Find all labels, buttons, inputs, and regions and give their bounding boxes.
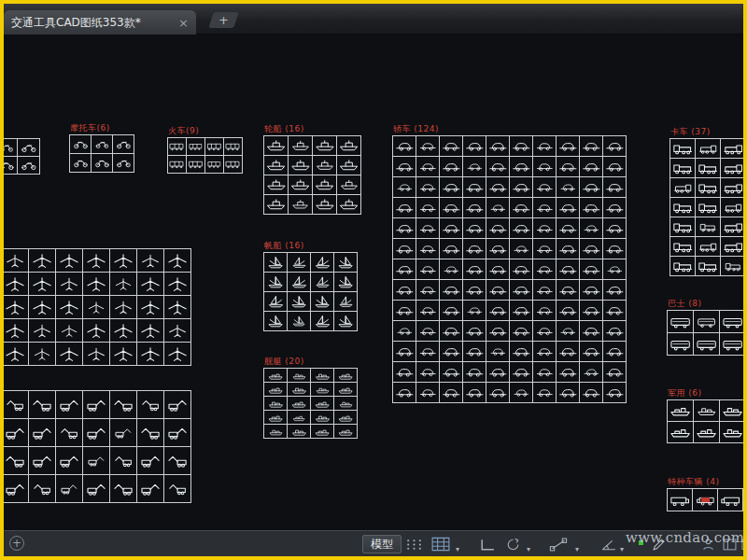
car-block[interactable] xyxy=(486,239,510,259)
truck-block[interactable] xyxy=(670,159,696,178)
car-block[interactable] xyxy=(486,342,510,362)
plane-block[interactable] xyxy=(4,249,29,273)
naval-block[interactable] xyxy=(311,383,334,397)
motorcycle-block[interactable] xyxy=(18,157,40,175)
car-block[interactable] xyxy=(440,239,463,259)
engineering-block[interactable] xyxy=(137,447,164,475)
sailboat-block[interactable] xyxy=(311,292,334,312)
car-block[interactable] xyxy=(603,362,627,383)
plane-block[interactable] xyxy=(164,343,191,366)
car-block[interactable] xyxy=(510,321,533,342)
car-block[interactable] xyxy=(533,362,557,383)
car-block[interactable] xyxy=(486,383,510,403)
car-block[interactable] xyxy=(486,157,510,177)
car-block[interactable] xyxy=(603,321,627,342)
engineering-block[interactable] xyxy=(56,419,83,447)
ship-block[interactable] xyxy=(313,156,337,175)
engineering-block[interactable] xyxy=(29,475,56,503)
bus-block[interactable] xyxy=(720,333,743,356)
car-block[interactable] xyxy=(393,239,416,259)
engineering-block[interactable] xyxy=(56,447,83,475)
car-block[interactable] xyxy=(603,383,627,403)
plane-block[interactable] xyxy=(29,273,56,296)
plane-block[interactable] xyxy=(164,249,191,273)
motorcycle-block[interactable] xyxy=(4,139,18,157)
sailboat-block[interactable] xyxy=(334,292,358,312)
car-block[interactable] xyxy=(557,362,580,383)
truck-block[interactable] xyxy=(696,217,721,237)
ortho-mode-icon[interactable] xyxy=(478,535,496,553)
special-block[interactable] xyxy=(668,489,693,511)
truck-block[interactable] xyxy=(721,159,743,178)
car-block[interactable] xyxy=(557,239,580,259)
car-block[interactable] xyxy=(393,136,416,157)
new-tab-button[interactable]: + xyxy=(208,12,239,28)
sailboat-block[interactable] xyxy=(334,253,358,273)
ship-block[interactable] xyxy=(313,195,337,215)
car-block[interactable] xyxy=(463,383,486,403)
truck-block[interactable] xyxy=(670,257,696,276)
pencil-icon[interactable] xyxy=(652,535,666,553)
car-block[interactable] xyxy=(603,259,627,280)
naval-block[interactable] xyxy=(288,369,311,383)
plane-block[interactable] xyxy=(4,296,29,319)
plane-block[interactable] xyxy=(4,343,29,366)
car-block[interactable] xyxy=(533,157,557,177)
plane-block[interactable] xyxy=(56,273,83,296)
car-block[interactable] xyxy=(463,239,486,259)
train-block[interactable] xyxy=(224,138,243,156)
panel-icon[interactable] xyxy=(723,535,737,553)
naval-block[interactable] xyxy=(311,397,334,411)
car-block[interactable] xyxy=(510,342,533,362)
ship-block[interactable] xyxy=(264,156,289,175)
sailboat-block[interactable] xyxy=(288,312,311,331)
tab-close-icon[interactable]: × xyxy=(178,16,189,30)
sailboat-block[interactable] xyxy=(288,273,311,292)
plane-block[interactable] xyxy=(83,319,110,343)
naval-block[interactable] xyxy=(311,425,334,439)
snap-angle-icon[interactable] xyxy=(599,535,617,553)
car-block[interactable] xyxy=(580,136,603,157)
car-block[interactable] xyxy=(533,198,557,218)
engineering-block[interactable] xyxy=(56,391,83,419)
car-block[interactable] xyxy=(533,280,557,301)
truck-block[interactable] xyxy=(696,139,721,159)
car-block[interactable] xyxy=(486,321,510,342)
plane-block[interactable] xyxy=(4,319,29,343)
engineering-block[interactable] xyxy=(164,419,191,447)
car-block[interactable] xyxy=(393,362,416,383)
plane-block[interactable] xyxy=(83,296,110,319)
plane-block[interactable] xyxy=(110,319,137,343)
car-block[interactable] xyxy=(463,177,486,198)
naval-block[interactable] xyxy=(311,369,334,383)
car-block[interactable] xyxy=(557,157,580,177)
car-block[interactable] xyxy=(533,177,557,198)
train-block[interactable] xyxy=(168,138,187,156)
car-block[interactable] xyxy=(557,136,580,157)
car-block[interactable] xyxy=(580,239,603,259)
car-block[interactable] xyxy=(416,362,440,383)
car-block[interactable] xyxy=(463,362,486,383)
car-block[interactable] xyxy=(557,342,580,362)
car-block[interactable] xyxy=(463,198,486,218)
plane-block[interactable] xyxy=(137,343,164,366)
ship-block[interactable] xyxy=(337,136,361,156)
car-block[interactable] xyxy=(580,177,603,198)
car-block[interactable] xyxy=(580,321,603,342)
engineering-block[interactable] xyxy=(110,391,137,419)
car-block[interactable] xyxy=(440,362,463,383)
car-block[interactable] xyxy=(510,280,533,301)
user-icon[interactable] xyxy=(701,535,715,553)
naval-block[interactable] xyxy=(264,411,288,425)
car-block[interactable] xyxy=(486,259,510,280)
car-block[interactable] xyxy=(580,198,603,218)
car-block[interactable] xyxy=(416,157,440,177)
car-block[interactable] xyxy=(533,239,557,259)
car-block[interactable] xyxy=(510,157,533,177)
train-block[interactable] xyxy=(168,156,187,174)
motorcycle-block[interactable] xyxy=(18,139,40,157)
truck-block[interactable] xyxy=(721,257,743,276)
car-block[interactable] xyxy=(580,218,603,239)
car-block[interactable] xyxy=(557,280,580,301)
train-block[interactable] xyxy=(187,138,205,156)
